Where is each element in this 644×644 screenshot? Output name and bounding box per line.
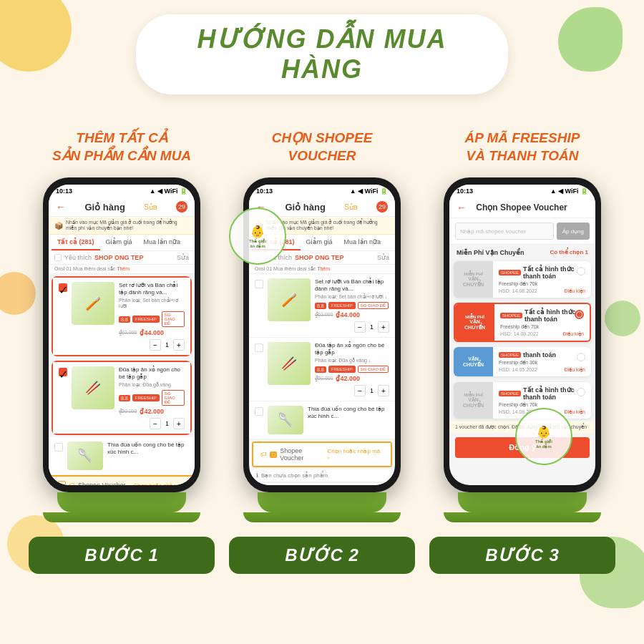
deal-text-1: Onsl 01 Mua thêm deal sắc Thêm xyxy=(49,265,195,274)
product-2-rating: 8.8 FREESHIP SG GIAO ĐÊ xyxy=(119,390,185,406)
phone-stand-2 xyxy=(258,492,386,512)
watermark-1: 👶 Thế giớiăn dặm xyxy=(229,208,286,265)
tab-all[interactable]: Tất cả (281) xyxy=(52,235,100,250)
status-bar-2: 10:13 ▲ ◀ WiFi 🔋 xyxy=(249,185,395,197)
product-2b-image: 🥢 xyxy=(268,342,311,385)
phone-1: 10:13 ▲ ◀ WiFi 🔋 ← Giỏ hàng Sửa 29 📦 xyxy=(43,177,200,522)
product-2-info: Đũa tập ăn xỏ ngón cho bé tập gắp Phân l… xyxy=(119,366,185,429)
product-2-checkbox[interactable]: ✓ xyxy=(59,368,67,376)
product-1-highlighted: ✓ 🪥 Set rơ lưỡi và Bàn chải tập đánh răn… xyxy=(52,276,192,356)
voucher-radio-1[interactable] xyxy=(577,267,585,275)
back-icon[interactable]: ← xyxy=(56,201,66,213)
product-1-info: Set rơ lưỡi và Bàn chải tập đánh răng và… xyxy=(119,282,185,351)
step-1-title: THÊM TẤT CẢSẢN PHẨM CẦN MUA xyxy=(52,126,191,169)
voucher-input-row: Nhập mã shopee voucher Áp dụng xyxy=(449,218,595,245)
product-3-partial: 🥄 Thìa đúa uốn cong cho bé tập xúc hình … xyxy=(49,437,195,475)
product-1b-image: 🪥 xyxy=(268,278,311,321)
product-1b: 🪥 Set rơ lưỡi và Bàn chải tập đánh răng … xyxy=(249,274,395,338)
step-2-badge: BƯỚC 2 xyxy=(229,537,415,574)
product-1-price: ₫62.000 ₫44.000 xyxy=(119,329,185,336)
page-title: HƯỚNG DẪN MUA HÀNG xyxy=(197,24,447,84)
voucher-card-2[interactable]: MIỄN PHÍ VẬN CHUYỂN SHOPEE Tất cả hình t… xyxy=(454,303,591,342)
phone-stand-base-2 xyxy=(243,512,401,522)
product-1-image: 🪥 xyxy=(72,282,114,325)
qty-increase-1b[interactable]: + xyxy=(378,321,389,333)
shop-row-1: Yêu thích SHOP ONG TEP Sửa xyxy=(49,251,195,265)
product-3-image: 🥄 xyxy=(67,441,103,470)
product-1-checkbox[interactable]: ✓ xyxy=(59,283,67,292)
phone-stand-3 xyxy=(458,492,587,512)
tab-giam-gia-2[interactable]: Giảm giá xyxy=(301,235,338,250)
step-3-badge: BƯỚC 3 xyxy=(429,537,615,574)
step-2-title: CHỌN SHOPEEVOUCHER xyxy=(272,126,373,169)
qty-decrease-2[interactable]: − xyxy=(150,418,161,429)
step-1-col: THÊM TẤT CẢSẢN PHẨM CẦN MUA 10:13 ▲ ◀ Wi… xyxy=(29,126,215,574)
voucher-radio-4[interactable] xyxy=(577,388,585,396)
product-2-qty: − 1 + xyxy=(119,418,185,429)
shop-checkbox[interactable] xyxy=(54,254,62,261)
product-3b-image: 🥄 xyxy=(268,406,303,434)
watermark-2: 👶 Thế giớiăn dặm xyxy=(515,408,572,465)
tab-mua-lan-nua[interactable]: Mua lần nữa xyxy=(138,235,187,250)
voucher-row-1[interactable]: 🏷 Shopee Voucher Chọn hoặc nhập mã xyxy=(49,475,195,485)
tab-mua-lan-nua-2[interactable]: Mua lần nữa xyxy=(338,235,387,250)
qty-decrease-1b[interactable]: − xyxy=(354,321,366,333)
ban-chon-row-2: ℹ Bạn chưa chọn sản phẩm xyxy=(249,469,395,482)
status-bar-1: 10:13 ▲ ◀ WiFi 🔋 xyxy=(49,185,195,197)
qty-increase-2b[interactable]: + xyxy=(378,385,389,396)
voucher-row-2-highlighted[interactable]: 🏷 □ Shopee Voucher Chọn hoặc nhập mã › xyxy=(252,441,392,467)
qty-increase-1[interactable]: + xyxy=(173,339,185,351)
phone-stand-base-3 xyxy=(444,512,601,522)
step-3-col: ÁP MÃ FREESHIPVÀ THANH TOÁN 10:13 ▲ ◀ Wi… xyxy=(429,126,615,574)
voucher-row-2[interactable]: 🏷 □ Shopee Voucher Chọn hoặc nhập mã › xyxy=(253,443,391,466)
step-2-col: CHỌN SHOPEEVOUCHER 10:13 ▲ ◀ WiFi 🔋 ← Gi… xyxy=(229,126,415,574)
qty-decrease-2b[interactable]: − xyxy=(354,385,366,396)
promo-banner-1: 📦 Nhấn vào mục Mã giảm giá ở cuối trang … xyxy=(49,217,195,235)
product-2-image: 🥢 xyxy=(72,366,114,409)
app-header-1: ← Giỏ hàng Sửa 29 xyxy=(49,197,195,217)
product-2b: 🥢 Đũa tập ăn xỏ ngón cho bé tập gắp Phân… xyxy=(249,338,395,401)
phone-stand-1 xyxy=(57,492,186,512)
tab-giam-gia[interactable]: Giảm giá xyxy=(100,235,138,250)
voucher-card-3[interactable]: VẬN CHUYỂN SHOPEE thanh toán Freeship đế… xyxy=(454,347,591,376)
voucher-card-1[interactable]: MIỄN PHÍ VẬN CHUYỂN SHOPEE Tất cả hình t… xyxy=(454,261,591,298)
apply-button[interactable]: Áp dụng xyxy=(557,223,590,240)
steps-row: THÊM TẤT CẢSẢN PHẨM CẦN MUA 10:13 ▲ ◀ Wi… xyxy=(21,126,623,574)
step-3-title: ÁP MÃ FREESHIPVÀ THANH TOÁN xyxy=(465,126,580,169)
qty-increase-2[interactable]: + xyxy=(173,418,185,429)
voucher-screen-header: ← Chọn Shopee Voucher xyxy=(449,197,595,218)
bottom-bar-2: Tất cả Tổng thanh toán ₫0 Mua hàng (0) xyxy=(249,482,395,485)
cart-count-badge: 29 xyxy=(176,201,187,213)
phone-stand-base-1 xyxy=(43,512,200,522)
qty-decrease-1[interactable]: − xyxy=(150,339,161,351)
voucher-radio-2-selected[interactable] xyxy=(575,310,584,319)
product-1-rating: 8.8 FREESHIP SG GIAO ĐÊ xyxy=(119,311,185,327)
product-3b-partial: 🥄 Thìa đúa uốn cong cho bé tập xúc hình … xyxy=(249,401,395,439)
voucher-card-4[interactable]: MIỄN PHÍ VẬN CHUYỂN SHOPEE Tất cả hình t… xyxy=(454,382,591,419)
tabs-row-1: Tất cả (281) Giảm giá Mua lần nữa xyxy=(49,235,195,251)
status-bar-3: 10:13 ▲ ◀ WiFi 🔋 xyxy=(449,185,595,197)
deal-text-2: Onsl 01 Mua thêm deal sắc Thêm xyxy=(249,265,395,274)
step-1-badge: BƯỚC 1 xyxy=(29,537,215,574)
product-2-price: ₫50.000 ₫42.000 xyxy=(119,408,185,415)
voucher-input[interactable]: Nhập mã shopee voucher xyxy=(455,223,554,240)
cart-count-badge-2: 29 xyxy=(376,201,388,213)
section-header: Miễn Phí Vận Chuyển Có thể chọn 1 xyxy=(449,245,595,258)
main-container: HƯỚNG DẪN MUA HÀNG THÊM TẤT CẢSẢN PHẨM C… xyxy=(0,0,644,644)
product-1-qty: − 1 + xyxy=(119,339,185,351)
title-banner: HƯỚNG DẪN MUA HÀNG xyxy=(136,14,508,94)
back-icon-3[interactable]: ← xyxy=(457,202,467,213)
product-2-highlighted: ✓ 🥢 Đũa tập ăn xỏ ngón cho bé tập gắp Ph… xyxy=(52,361,192,435)
voucher-radio-3[interactable] xyxy=(577,353,585,361)
phone-3: 10:13 ▲ ◀ WiFi 🔋 ← Chọn Shopee Voucher xyxy=(444,177,601,522)
